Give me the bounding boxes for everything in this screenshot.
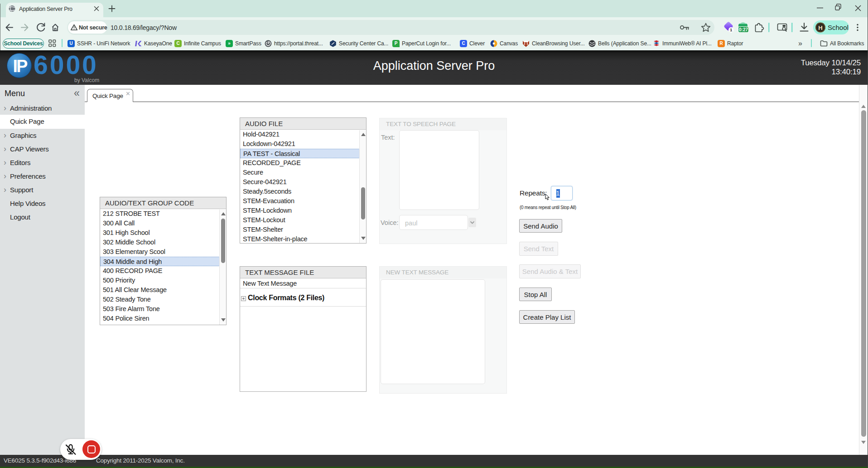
- svg-text:0:27: 0:27: [739, 27, 748, 32]
- svg-text:H: H: [818, 24, 822, 31]
- svg-text:1: 1: [730, 28, 732, 32]
- svg-text:School: School: [828, 24, 849, 31]
